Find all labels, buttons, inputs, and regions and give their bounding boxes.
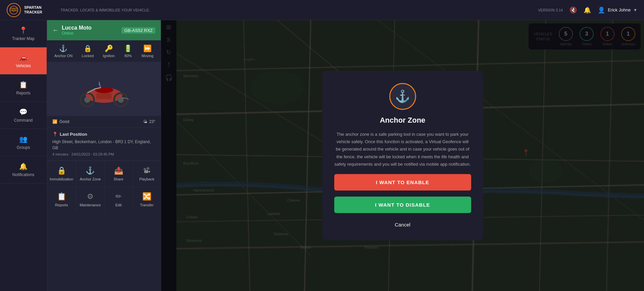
modal-title: Anchor Zone xyxy=(380,116,426,125)
action-anchor-zone[interactable]: ⚓ Anchor Zone xyxy=(76,161,104,186)
anchor-zone-modal: ⚓ Anchor Zone The anchor zone is a safe … xyxy=(322,71,483,240)
modal-description: The anchor zone is a safe parking tool i… xyxy=(334,131,471,168)
motorcycle-svg xyxy=(70,69,138,109)
status-ignition: 🔑 Ignition xyxy=(103,44,114,58)
vehicle-signal-row: 📶 Good 🌤 23° xyxy=(47,116,161,128)
vehicle-status: Online xyxy=(62,31,92,36)
sidebar-item-notifications[interactable]: 🔔 Notifications xyxy=(0,156,47,183)
edit-icon: ✏ xyxy=(115,192,121,201)
anchor-label: Anchor ON xyxy=(54,54,72,58)
svg-text:SPARTAN: SPARTAN xyxy=(10,7,18,9)
sidebar-label-vehicles: Vehicles xyxy=(16,64,31,68)
sidebar: 📍 Tracker Map 🚗 Vehicles 📋 Reports 💬 Com… xyxy=(0,20,47,291)
share-icon: 📤 xyxy=(114,166,123,175)
locked-status-icon: 🔒 xyxy=(84,44,92,52)
maintenance-label: Maintenance xyxy=(80,203,101,207)
action-reports[interactable]: 📋 Reports xyxy=(47,187,76,212)
vehicle-image xyxy=(47,62,161,116)
action-share[interactable]: 📤 Share xyxy=(105,161,133,186)
anchor-zone-label: Anchor Zone xyxy=(80,177,101,181)
locked-label: Locked xyxy=(82,54,94,58)
action-transfer[interactable]: 🔀 Transfer xyxy=(133,187,161,212)
temperature-info: 🌤 23° xyxy=(143,119,155,124)
temperature-label: 23° xyxy=(149,119,155,124)
bell-icon[interactable]: 🔔 xyxy=(584,6,591,14)
status-moving: ⏩ Moving xyxy=(142,44,153,58)
action-immobilization[interactable]: 🔒 Immobilization xyxy=(47,161,76,186)
battery-label: 80% xyxy=(125,54,132,58)
main-layout: 📍 Tracker Map 🚗 Vehicles 📋 Reports 💬 Com… xyxy=(0,20,644,291)
transfer-icon: 🔀 xyxy=(142,192,151,201)
sidebar-item-groups[interactable]: 👥 Groups xyxy=(0,129,47,156)
location-title: 📍 Last Position xyxy=(52,132,155,137)
cancel-button[interactable]: Cancel xyxy=(388,219,417,230)
sidebar-label-groups: Groups xyxy=(17,145,30,150)
vehicle-panel: ← Lucca Moto Online GB-AS52 RXZ ⚓ Anchor… xyxy=(47,20,161,291)
sidebar-item-tracker-map[interactable]: 📍 Tracker Map xyxy=(0,20,47,47)
transfer-label: Transfer xyxy=(140,203,154,207)
playback-icon: 📽 xyxy=(143,166,150,175)
vehicle-actions: 🔒 Immobilization ⚓ Anchor Zone 📤 Share 📽… xyxy=(47,161,161,212)
vehicle-plate: GB-AS52 RXZ xyxy=(121,27,155,34)
playback-label: Playback xyxy=(139,177,154,181)
map-area: ⊞ ⧖ ↻ ⤴ 🎧 xyxy=(161,20,644,291)
user-name: Erick Johne xyxy=(608,7,631,12)
version-text: VERSION 3.14 xyxy=(538,8,563,12)
disable-button[interactable]: I WANT TO DISABLE xyxy=(334,197,471,213)
chevron-down-icon: ▼ xyxy=(633,8,637,12)
sidebar-label-reports: Reports xyxy=(16,91,30,95)
immobilization-icon: 🔒 xyxy=(57,166,66,175)
maintenance-icon: ⚙ xyxy=(87,192,94,201)
anchor-icon: ⚓ xyxy=(395,89,410,103)
cloud-icon: 🌤 xyxy=(143,119,147,124)
car-icon: 🚗 xyxy=(19,53,28,61)
moving-status-icon: ⏩ xyxy=(143,44,152,52)
logo-area: SPARTAN TRACKER SPARTANTRACKER xyxy=(7,3,54,17)
vehicle-location: 📍 Last Position High Street, Beckenham, … xyxy=(47,128,161,161)
logo-text: SPARTANTRACKER xyxy=(24,5,42,14)
speaker-icon[interactable]: 🔇 xyxy=(569,6,577,14)
back-button[interactable]: ← xyxy=(52,27,58,34)
vehicle-name: Lucca Moto xyxy=(62,25,92,31)
immobilization-label: Immobilization xyxy=(50,177,73,181)
action-maintenance[interactable]: ⚙ Maintenance xyxy=(76,187,104,212)
groups-icon: 👥 xyxy=(19,135,28,143)
location-address: High Street, Beckenham, London - BR3 1 D… xyxy=(52,139,155,151)
status-battery: 🔋 80% xyxy=(124,44,132,58)
sidebar-item-vehicles[interactable]: 🚗 Vehicles xyxy=(0,47,47,75)
sidebar-label-tracker-map: Tracker Map xyxy=(12,36,35,41)
modal-overlay[interactable]: ⚓ Anchor Zone The anchor zone is a safe … xyxy=(161,20,644,291)
enable-button[interactable]: I WANT TO ENABLE xyxy=(334,174,471,191)
action-reports-icon: 📋 xyxy=(57,192,66,201)
location-time: 4 minutes · 24/01/2023 · 03:29:45 PM xyxy=(52,152,155,156)
status-locked: 🔒 Locked xyxy=(82,44,94,58)
anchor-status-icon: ⚓ xyxy=(59,44,67,52)
vehicle-status-row: ⚓ Anchor ON 🔒 Locked 🔑 Ignition 🔋 80% ⏩ … xyxy=(47,40,161,62)
person-icon: 👤 xyxy=(598,6,605,14)
logo-icon: SPARTAN TRACKER xyxy=(7,3,21,17)
action-playback[interactable]: 📽 Playback xyxy=(133,161,161,186)
sidebar-item-command[interactable]: 💬 Command xyxy=(0,102,47,129)
header-right: VERSION 3.14 🔇 🔔 👤 Erick Johne ▼ xyxy=(538,6,637,14)
map-pin-icon: 📍 xyxy=(19,26,28,34)
modal-icon: ⚓ xyxy=(389,83,416,110)
share-label: Share xyxy=(113,177,123,181)
svg-point-7 xyxy=(84,97,90,103)
svg-rect-12 xyxy=(96,93,111,99)
reports-icon: 📋 xyxy=(19,81,28,89)
location-pin-icon: 📍 xyxy=(52,132,58,137)
command-icon: 💬 xyxy=(19,108,28,116)
vehicle-header: ← Lucca Moto Online GB-AS52 RXZ xyxy=(47,20,161,40)
moving-label: Moving xyxy=(142,54,153,58)
signal-quality: 📶 Good xyxy=(52,119,69,124)
user-area[interactable]: 👤 Erick Johne ▼ xyxy=(598,6,637,14)
edit-label: Edit xyxy=(115,203,122,207)
sidebar-item-reports[interactable]: 📋 Reports xyxy=(0,75,47,102)
action-reports-label: Reports xyxy=(55,203,68,207)
signal-icon: 📶 xyxy=(52,119,57,124)
sidebar-label-notifications: Notifications xyxy=(12,172,34,177)
signal-label: Good xyxy=(59,119,69,124)
action-edit[interactable]: ✏ Edit xyxy=(105,187,133,212)
anchor-zone-icon: ⚓ xyxy=(86,166,95,175)
ignition-label: Ignition xyxy=(103,54,114,58)
